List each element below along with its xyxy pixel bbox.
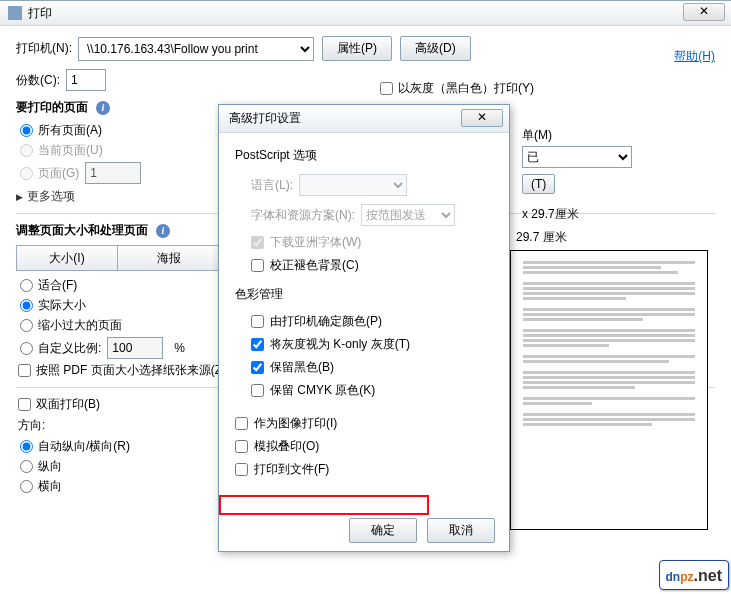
preserve-cmyk-label: 保留 CMYK 原色(K) <box>270 382 375 399</box>
printer-row: 打印机(N): \\10.176.163.43\Follow you print… <box>16 36 715 61</box>
pages-header-text: 要打印的页面 <box>16 99 88 116</box>
advanced-button[interactable]: 高级(D) <box>400 36 471 61</box>
simulate-overprint-label: 模拟叠印(O) <box>254 438 319 455</box>
print-to-file-label: 打印到文件(F) <box>254 461 329 478</box>
dims2: 29.7 厘米 <box>516 229 718 246</box>
pdf-page-size-checkbox[interactable] <box>18 364 31 377</box>
poster-button[interactable]: 海报 <box>118 245 220 271</box>
printer-decides-label: 由打印机确定颜色(P) <box>270 313 382 330</box>
advanced-title-bar: 高级打印设置 ✕ <box>219 105 509 133</box>
unit-select[interactable]: 已 <box>522 146 632 168</box>
grayscale-checkbox[interactable] <box>380 82 393 95</box>
fit-label: 适合(F) <box>38 277 77 294</box>
percent-label: % <box>174 341 185 355</box>
radio-landscape[interactable] <box>20 480 33 493</box>
advanced-body: PostScript 选项 语言(L): 字体和资源方案(N): 按范围发送 下… <box>219 133 509 494</box>
main-title-bar: 打印 ✕ <box>0 0 731 26</box>
ok-button[interactable]: 确定 <box>349 518 417 543</box>
print-to-file-checkbox[interactable] <box>235 463 248 476</box>
printer-select[interactable]: \\10.176.163.43\Follow you print <box>78 37 314 61</box>
dims1: x 29.7厘米 <box>522 206 718 223</box>
radio-current-page <box>20 144 33 157</box>
page-range-label: 页面(G) <box>38 165 79 182</box>
download-asian-fonts-checkbox <box>251 236 264 249</box>
cancel-button[interactable]: 取消 <box>427 518 495 543</box>
watermark: dnpz.net <box>659 560 729 590</box>
printer-decides-checkbox[interactable] <box>251 315 264 328</box>
font-scheme-label: 字体和资源方案(N): <box>251 207 355 224</box>
pdf-select-label: 按照 PDF 页面大小选择纸张来源(Z <box>36 362 222 379</box>
simulate-overprint-checkbox[interactable] <box>235 440 248 453</box>
watermark-net: .net <box>694 567 722 584</box>
postscript-header: PostScript 选项 <box>235 147 493 164</box>
custom-scale-input[interactable] <box>107 337 163 359</box>
preserve-cmyk-checkbox[interactable] <box>251 384 264 397</box>
properties-button[interactable]: 属性(P) <box>322 36 392 61</box>
unit-label-fragment: 单(M) <box>522 127 718 144</box>
preserve-black-checkbox[interactable] <box>251 361 264 374</box>
expand-icon: ▶ <box>16 192 23 202</box>
radio-auto-orient[interactable] <box>20 440 33 453</box>
advanced-title: 高级打印设置 <box>229 110 301 127</box>
watermark-dn: dn <box>666 570 681 584</box>
watermark-pz: pz <box>680 570 693 584</box>
info-icon[interactable]: i <box>156 224 170 238</box>
landscape-label: 横向 <box>38 478 62 495</box>
page-range-input <box>85 162 141 184</box>
actual-label: 实际大小 <box>38 297 86 314</box>
duplex-label: 双面打印(B) <box>36 396 100 413</box>
grayscale-label: 以灰度（黑白色）打印(Y) <box>398 80 534 97</box>
current-page-label: 当前页面(U) <box>38 142 103 159</box>
unit-btn[interactable]: (T) <box>522 174 555 194</box>
language-label: 语言(L): <box>251 177 293 194</box>
custom-label: 自定义比例: <box>38 340 101 357</box>
font-scheme-select: 按范围发送 <box>361 204 455 226</box>
k-only-label: 将灰度视为 K-only 灰度(T) <box>270 336 410 353</box>
radio-shrink[interactable] <box>20 319 33 332</box>
preserve-black-label: 保留黑色(B) <box>270 359 334 376</box>
size-button[interactable]: 大小(I) <box>16 245 118 271</box>
red-highlight-box <box>219 495 429 515</box>
shrink-label: 缩小过大的页面 <box>38 317 122 334</box>
advanced-close-button[interactable]: ✕ <box>461 109 503 127</box>
color-header: 色彩管理 <box>235 286 493 303</box>
window-title: 打印 <box>28 5 52 22</box>
radio-all-pages[interactable] <box>20 124 33 137</box>
app-icon <box>8 6 22 20</box>
radio-portrait[interactable] <box>20 460 33 473</box>
radio-fit[interactable] <box>20 279 33 292</box>
auto-orient-label: 自动纵向/横向(R) <box>38 438 130 455</box>
advanced-print-settings-dialog: 高级打印设置 ✕ PostScript 选项 语言(L): 字体和资源方案(N)… <box>218 104 510 552</box>
portrait-label: 纵向 <box>38 458 62 475</box>
close-button[interactable]: ✕ <box>683 3 725 21</box>
duplex-checkbox[interactable] <box>18 398 31 411</box>
correct-bg-label: 校正褪色背景(C) <box>270 257 359 274</box>
radio-custom-scale[interactable] <box>20 342 33 355</box>
all-pages-label: 所有页面(A) <box>38 122 102 139</box>
correct-bg-checkbox[interactable] <box>251 259 264 272</box>
info-icon[interactable]: i <box>96 101 110 115</box>
more-options-label: 更多选项 <box>27 189 75 203</box>
copies-label: 份数(C): <box>16 72 60 89</box>
radio-page-range <box>20 167 33 180</box>
download-asian-label: 下载亚洲字体(W) <box>270 234 361 251</box>
language-select <box>299 174 407 196</box>
radio-actual-size[interactable] <box>20 299 33 312</box>
copies-input[interactable] <box>66 69 106 91</box>
printer-label: 打印机(N): <box>16 40 72 57</box>
sizing-header-text: 调整页面大小和处理页面 <box>16 222 148 239</box>
help-link[interactable]: 帮助(H) <box>674 48 715 65</box>
print-as-image-checkbox[interactable] <box>235 417 248 430</box>
advanced-buttons: 确定 取消 <box>349 518 495 543</box>
as-image-label: 作为图像打印(I) <box>254 415 337 432</box>
k-only-checkbox[interactable] <box>251 338 264 351</box>
page-preview <box>510 250 708 530</box>
